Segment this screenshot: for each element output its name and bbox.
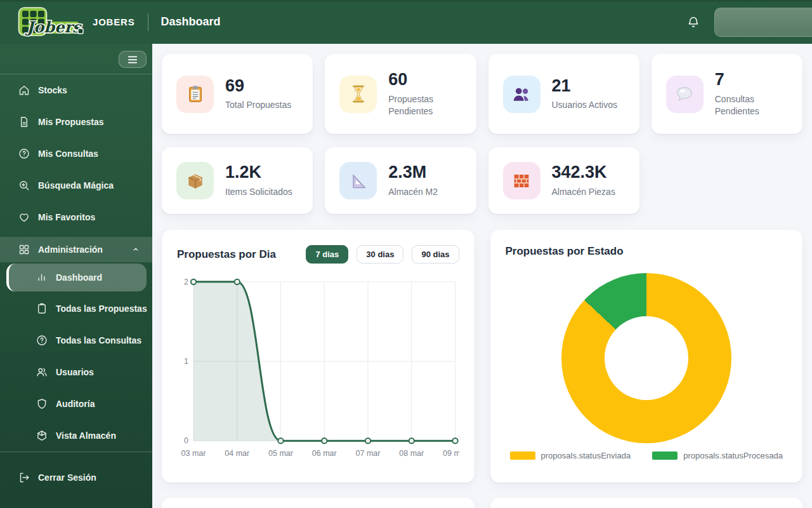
legend-item-proposals-statusprocesada[interactable]: proposals.statusProcesada: [652, 451, 783, 460]
sidebar-item-label: Todas las Consultas: [56, 335, 141, 345]
partial-card-right: [490, 498, 803, 508]
stat-card-usuarios-activos: 21Usuarios Activos: [488, 54, 639, 134]
sidebar-item-todas-las-propuestas[interactable]: Todas las Propuestas: [0, 293, 152, 324]
sidebar-item-vista-almacen[interactable]: Vista Almacén: [0, 420, 152, 451]
stat-label: Almacén M2: [388, 186, 438, 198]
sidebar-item-label: Mis Favoritos: [38, 212, 95, 222]
stat-text: 1.2KItems Solicitados: [225, 163, 292, 197]
range-button-7-dias[interactable]: 7 dias: [306, 245, 348, 264]
logout-icon: [18, 471, 30, 484]
range-button-90-dias[interactable]: 90 dias: [412, 245, 459, 264]
shield-icon: [36, 398, 48, 410]
sidebar-item-label: Usuarios: [56, 367, 94, 377]
zoom-in-icon: [18, 179, 30, 192]
stat-value: 1.2K: [225, 163, 292, 181]
stat-value: 7: [715, 70, 794, 88]
stat-card-almacen-m2: 2.3MAlmacén M2: [325, 147, 476, 214]
speech-emoji: [666, 76, 704, 113]
sidebar-item-usuarios[interactable]: Usuarios: [0, 356, 152, 388]
clipboard-icon: [36, 302, 48, 315]
range-button-30-dias[interactable]: 30 dias: [357, 245, 403, 264]
stat-card-propuestas-pendientes: 60Propuestas Pendientes: [325, 54, 476, 134]
bar-chart-icon: [36, 271, 48, 284]
legend-item-proposals-statusenviada[interactable]: proposals.statusEnviada: [510, 451, 631, 460]
stat-text: 2.3MAlmacén M2: [388, 163, 438, 197]
topbar: Jobers JOBERS Dashboard: [0, 0, 812, 44]
topbar-divider: [148, 13, 148, 31]
svg-text:08 mar: 08 mar: [399, 449, 424, 458]
logout-section: Cerrar Sesión: [0, 452, 152, 508]
svg-text:09 mar: 09 mar: [443, 449, 459, 458]
stat-label: Consultas Pendientes: [715, 93, 794, 117]
range-button-group: 7 dias30 dias90 dias: [306, 245, 459, 264]
svg-text:07 mar: 07 mar: [356, 449, 381, 458]
stats-grid: 69Total Propuestas60Propuestas Pendiente…: [162, 54, 802, 214]
legend-label: proposals.statusProcesada: [683, 451, 783, 460]
sidebar-item-auditoria[interactable]: Auditoría: [0, 388, 152, 420]
svg-text:2: 2: [184, 277, 188, 286]
sidebar-item-label: Mis Propuestas: [38, 117, 103, 127]
grid-icon: [18, 243, 30, 256]
sidebar-item-label: Vista Almacén: [56, 431, 116, 441]
main-content: 69Total Propuestas60Propuestas Pendiente…: [152, 44, 812, 508]
clipboard-emoji: [176, 76, 214, 113]
user-menu-button[interactable]: [714, 8, 812, 37]
stat-card-consultas-pendientes: 7Consultas Pendientes: [652, 54, 802, 134]
sidebar: StocksMis PropuestasMis ConsultasBúsqued…: [0, 44, 152, 508]
svg-text:1: 1: [184, 357, 188, 366]
question-circle-icon: [36, 334, 48, 347]
bricks-emoji: [503, 162, 540, 199]
stat-label: Almacén Piezas: [552, 186, 615, 198]
sidebar-cerrar-sesion[interactable]: Cerrar Sesión: [0, 464, 152, 491]
notifications-bell-icon[interactable]: [686, 15, 700, 29]
svg-text:0: 0: [184, 436, 188, 445]
sidebar-item-label: Stocks: [38, 85, 67, 95]
sidebar-item-label: Administración: [38, 244, 103, 255]
line-chart-title: Propuestas por Dia: [177, 248, 276, 261]
sidebar-nav: StocksMis PropuestasMis ConsultasBúsqued…: [0, 74, 152, 451]
users-icon: [36, 366, 48, 378]
sidebar-item-label: Cerrar Sesión: [38, 472, 96, 483]
sidebar-collapse-button[interactable]: [119, 51, 147, 68]
status-donut-chart: [561, 273, 731, 443]
sidebar-item-dashboard[interactable]: Dashboard: [6, 264, 147, 291]
heart-icon: [18, 211, 30, 224]
stat-text: 60Propuestas Pendientes: [388, 70, 467, 117]
people-emoji: [503, 76, 540, 113]
sidebar-item-label: Auditoría: [56, 399, 95, 409]
brand-name: JOBERS: [93, 17, 135, 27]
package-emoji: [176, 162, 214, 199]
sidebar-section-administracion[interactable]: Administración: [0, 237, 152, 262]
sidebar-item-mis-consultas[interactable]: Mis Consultas: [0, 138, 152, 170]
jobers-logo-icon: Jobers: [18, 6, 84, 38]
stat-text: 7Consultas Pendientes: [715, 70, 794, 117]
proposals-line-chart: 01203 mar04 mar05 mar06 mar07 mar08 mar0…: [177, 269, 459, 463]
sidebar-item-todas-las-consultas[interactable]: Todas las Consultas: [0, 324, 152, 356]
cube-icon: [36, 429, 48, 442]
sidebar-item-mis-propuestas[interactable]: Mis Propuestas: [0, 106, 152, 138]
sidebar-item-label: Búsqueda Mágica: [38, 180, 114, 190]
sidebar-item-busqueda-magica[interactable]: Búsqueda Mágica: [0, 170, 152, 201]
stat-label: Items Solicitados: [225, 186, 292, 198]
chevron-up-icon: [131, 244, 141, 255]
sidebar-item-label: Todas las Propuestas: [56, 304, 147, 314]
legend-label: proposals.statusEnviada: [541, 451, 631, 460]
stat-text: 342.3KAlmacén Piezas: [552, 163, 615, 197]
partial-card-left: [162, 498, 475, 508]
stat-card-total-propuestas: 69Total Propuestas: [162, 54, 313, 134]
sidebar-item-mis-favoritos[interactable]: Mis Favoritos: [0, 201, 152, 233]
sidebar-item-stocks[interactable]: Stocks: [0, 74, 152, 106]
document-icon: [18, 116, 30, 128]
home-icon: [18, 84, 30, 97]
sidebar-item-label: Dashboard: [56, 272, 102, 283]
stat-value: 60: [388, 70, 467, 88]
ruler-emoji: [339, 162, 377, 199]
logo-script-text: Jobers: [25, 18, 82, 36]
svg-text:05 mar: 05 mar: [268, 449, 293, 458]
bottom-row: [162, 498, 802, 508]
legend-swatch: [510, 451, 535, 460]
stat-value: 69: [225, 77, 291, 95]
question-circle-icon: [18, 147, 30, 160]
donut-hole: [605, 316, 688, 400]
donut-chart-title: Propuestas por Estado: [506, 245, 624, 258]
